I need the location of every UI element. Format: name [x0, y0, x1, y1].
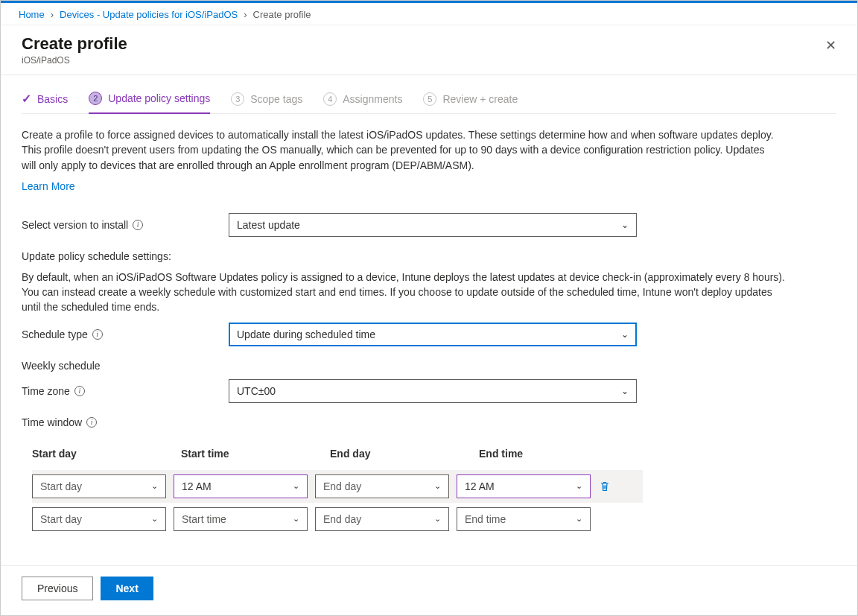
schedule-type-label: Schedule type — [22, 328, 88, 340]
end-time-select[interactable]: End time⌄ — [457, 507, 591, 531]
version-label: Select version to install — [22, 219, 128, 231]
chevron-down-icon: ⌄ — [576, 481, 582, 491]
page-title: Create profile — [22, 34, 127, 54]
end-day-select[interactable]: End day⌄ — [315, 507, 449, 531]
breadcrumb-home[interactable]: Home — [19, 9, 45, 20]
intro-text: Create a profile to force assigned devic… — [22, 127, 781, 173]
schedule-desc: By default, when an iOS/iPadOS Software … — [22, 270, 789, 315]
tab-assignments[interactable]: 4 Assignments — [323, 92, 402, 113]
start-time-select[interactable]: Start time⌄ — [174, 507, 308, 531]
tab-basics[interactable]: ✓ Basics — [22, 92, 68, 113]
table-row: Start day⌄ Start time⌄ End day⌄ End time… — [32, 503, 643, 536]
schedule-settings-label: Update policy schedule settings: — [22, 250, 836, 262]
info-icon[interactable]: i — [74, 386, 85, 396]
schedule-type-select[interactable]: Update during scheduled time ⌄ — [229, 323, 637, 346]
page-subtitle: iOS/iPadOS — [22, 55, 127, 66]
end-time-select[interactable]: 12 AM⌄ — [457, 474, 591, 498]
tab-scope-tags[interactable]: 3 Scope tags — [231, 92, 302, 113]
breadcrumb-devices[interactable]: Devices - Update policies for iOS/iPadOS — [60, 9, 238, 20]
start-day-select[interactable]: Start day⌄ — [32, 474, 166, 498]
timezone-select[interactable]: UTC±00 ⌄ — [229, 379, 637, 403]
info-icon[interactable]: i — [133, 220, 143, 230]
chevron-right-icon: › — [244, 9, 247, 20]
col-start-day: Start day — [32, 448, 174, 460]
chevron-down-icon: ⌄ — [576, 514, 582, 524]
chevron-down-icon: ⌄ — [151, 481, 158, 491]
end-day-select[interactable]: End day⌄ — [315, 474, 449, 498]
table-row: Start day⌄ 12 AM⌄ End day⌄ 12 AM⌄ — [32, 470, 643, 503]
col-start-time: Start time — [181, 448, 322, 460]
chevron-right-icon: › — [51, 9, 54, 20]
breadcrumb-current: Create profile — [253, 9, 311, 20]
wizard-tabs: ✓ Basics 2 Update policy settings 3 Scop… — [22, 75, 836, 114]
col-end-time: End time — [479, 448, 620, 460]
tab-review-create[interactable]: 5 Review + create — [423, 92, 518, 113]
chevron-down-icon: ⌄ — [434, 481, 441, 491]
chevron-down-icon: ⌄ — [621, 329, 629, 340]
time-window-table: Start day Start time End day End time St… — [32, 443, 643, 536]
timewindow-label: Time window — [22, 416, 82, 428]
tab-update-policy-settings[interactable]: 2 Update policy settings — [89, 92, 210, 114]
col-end-day: End day — [330, 448, 471, 460]
start-day-select[interactable]: Start day⌄ — [32, 507, 166, 531]
checkmark-icon: ✓ — [22, 92, 31, 106]
start-time-select[interactable]: 12 AM⌄ — [174, 474, 308, 498]
next-button[interactable]: Next — [101, 577, 153, 600]
chevron-down-icon: ⌄ — [293, 481, 299, 491]
info-icon[interactable]: i — [92, 329, 103, 340]
chevron-down-icon: ⌄ — [293, 514, 299, 524]
previous-button[interactable]: Previous — [22, 577, 93, 600]
close-icon[interactable]: ✕ — [822, 34, 839, 57]
trash-icon[interactable] — [598, 480, 611, 493]
timezone-label: Time zone — [22, 385, 70, 397]
breadcrumb: Home › Devices - Update policies for iOS… — [1, 3, 857, 25]
chevron-down-icon: ⌄ — [434, 514, 441, 524]
info-icon[interactable]: i — [86, 417, 97, 428]
chevron-down-icon: ⌄ — [621, 386, 629, 396]
version-select[interactable]: Latest update ⌄ — [229, 213, 637, 237]
weekly-schedule-label: Weekly schedule — [22, 360, 836, 372]
chevron-down-icon: ⌄ — [151, 514, 158, 524]
learn-more-link[interactable]: Learn More — [22, 180, 75, 192]
chevron-down-icon: ⌄ — [621, 220, 629, 230]
